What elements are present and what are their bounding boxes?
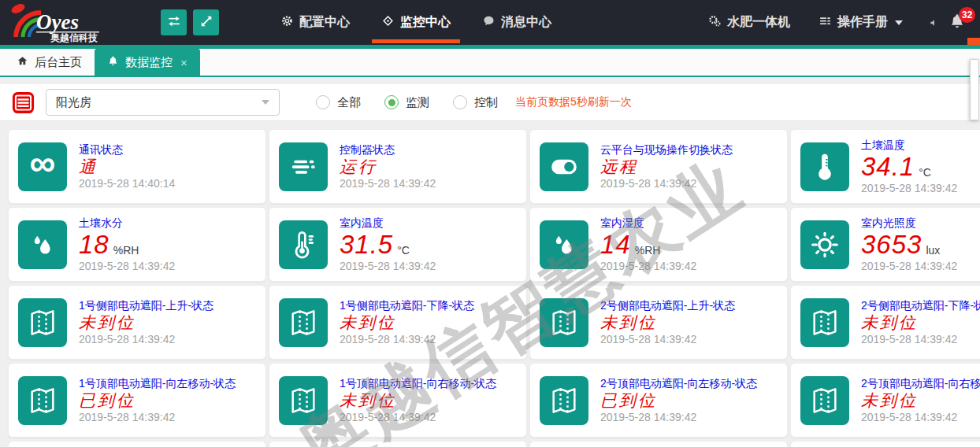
speaker-icon: [928, 17, 941, 29]
card-unit: lux: [926, 245, 940, 257]
menu-item-message-center[interactable]: 消息中心: [466, 0, 567, 45]
radio-monitor[interactable]: 监测: [384, 95, 429, 110]
infinity-icon: ∞: [18, 142, 67, 191]
tab-bar: 后台主页 数据监控 ×: [0, 49, 980, 77]
radio-label: 全部: [337, 95, 361, 110]
menu-label: 消息中心: [501, 14, 551, 31]
data-card: 2号顶部电动遮阳-向左移动-状态 已到位 2019-5-28 14:39:42: [529, 363, 788, 438]
card-value: 未到位: [340, 392, 496, 409]
chevron-down-icon: [895, 20, 903, 25]
menu-item-fertigation-machine[interactable]: 水肥一体机: [705, 0, 793, 45]
vertical-scrollbar[interactable]: [970, 59, 979, 120]
card-title: 1号侧部电动遮阳-上升-状态: [79, 299, 213, 313]
droplets-icon: [540, 220, 588, 269]
radio-circle: [453, 95, 467, 109]
card-value: 未到位: [340, 314, 474, 331]
card-value-text: 18: [79, 231, 110, 259]
map-icon: [800, 376, 849, 425]
map-icon: [18, 376, 67, 425]
data-card: 室内温度 31.5°C 2019-5-28 14:39:42: [269, 207, 527, 282]
card-title: 2号顶部电动遮阳-向左移动-状态: [600, 377, 757, 391]
card-value-text: 已到位: [79, 392, 135, 409]
card-value-text: 运行: [340, 158, 377, 175]
card-value: 未到位: [861, 392, 980, 409]
card-title: 控制器状态: [340, 143, 436, 157]
chat-icon: [482, 14, 496, 31]
brand-logo: Oyes 奥越信科技: [5, 2, 154, 43]
menu-label: 水肥一体机: [727, 14, 790, 31]
spacer: [0, 77, 980, 84]
card-value-text: 31.5: [340, 231, 393, 259]
data-card-partial: [790, 441, 980, 447]
bell-icon: [107, 55, 119, 69]
fullscreen-button[interactable]: [193, 9, 219, 35]
card-value: 18%RH: [79, 231, 175, 259]
close-icon[interactable]: ×: [180, 57, 187, 68]
data-card-partial: [8, 441, 266, 447]
tab-label: 数据监控: [125, 55, 173, 70]
card-value-text: 未到位: [861, 392, 918, 409]
menu-item-manual-dropdown[interactable]: 操作手册: [815, 0, 906, 45]
card-title: 土壤水分: [79, 216, 175, 231]
card-title: 云平台与现场操作切换状态: [600, 143, 733, 157]
card-timestamp: 2019-5-28 14:39:42: [79, 411, 236, 423]
card-timestamp: 2019-5-28 14:39:42: [340, 411, 496, 423]
card-value-text: 已到位: [600, 392, 657, 409]
data-card: 土壤温度 34.1°C 2019-5-28 14:39:42: [790, 129, 980, 204]
thermometer-icon: [800, 142, 849, 191]
data-card: 1号侧部电动遮阳-下降-状态 未到位 2019-5-28 14:39:42: [269, 285, 527, 360]
data-card: 1号侧部电动遮阳-上升-状态 未到位 2019-5-28 14:39:42: [8, 285, 266, 360]
card-timestamp: 2019-5-28 14:39:42: [79, 333, 213, 345]
radio-circle: [316, 95, 330, 109]
card-value-text: 未到位: [340, 392, 396, 409]
radio-all[interactable]: 全部: [316, 95, 361, 110]
map-icon: [540, 376, 588, 425]
data-card: 云平台与现场操作切换状态 远程 2019-5-28 14:39:42: [529, 129, 788, 204]
svg-text:Oyes: Oyes: [36, 10, 79, 34]
compass-icon: [381, 14, 395, 31]
menu-label: 配置中心: [299, 14, 350, 31]
card-title: 2号侧部电动遮阳-下降-状态: [861, 299, 980, 313]
top-navbar: Oyes 奥越信科技 配置中心 监控中心 消息中心 水肥一体机 操作手册: [0, 0, 980, 45]
card-timestamp: 2019-5-28 14:39:42: [340, 333, 474, 345]
home-icon: [17, 55, 28, 69]
card-timestamp: 2019-5-28 14:39:42: [79, 260, 175, 272]
thermometer-scale-icon: [279, 220, 328, 269]
card-value-text: 通: [79, 158, 98, 175]
card-timestamp: 2019-5-28 14:39:42: [340, 177, 436, 190]
card-timestamp: 2019-5-28 14:39:42: [861, 182, 957, 194]
card-title: 室内光照度: [861, 216, 957, 231]
card-value-text: 远程: [600, 158, 638, 175]
tab-label: 后台主页: [35, 55, 82, 70]
notification-badge: 32: [959, 7, 975, 23]
tab-data-monitor[interactable]: 数据监控 ×: [95, 49, 200, 76]
toggle-icon: [540, 142, 588, 191]
filter-radio-group: 全部 监测 控制: [316, 95, 498, 110]
gear-icon: [280, 14, 294, 31]
map-icon: [540, 298, 588, 347]
data-card: 控制器状态 运行 2019-5-28 14:39:42: [269, 129, 527, 204]
card-timestamp: 2019-5-28 14:39:42: [861, 411, 980, 423]
area-select[interactable]: 阳光房: [46, 89, 280, 116]
main-menu: 配置中心 监控中心 消息中心: [265, 0, 567, 45]
card-value: 未到位: [600, 314, 735, 331]
card-value: 14%RH: [600, 231, 696, 259]
data-card: 室内光照度 3653lux 2019-5-28 14:39:42: [790, 207, 980, 282]
card-title: 2号侧部电动遮阳-上升-状态: [600, 299, 735, 313]
tab-backend-home[interactable]: 后台主页: [4, 49, 95, 76]
card-title: 室内湿度: [600, 216, 696, 231]
swap-arrows-button[interactable]: [161, 9, 187, 35]
red-list-icon: [11, 91, 35, 115]
card-value: 31.5°C: [340, 231, 436, 259]
menu-label: 监控中心: [400, 14, 451, 31]
card-title: 1号侧部电动遮阳-下降-状态: [340, 299, 474, 313]
radio-control[interactable]: 控制: [453, 95, 498, 110]
menu-item-config-center[interactable]: 配置中心: [265, 0, 366, 45]
menu-item-monitor-center[interactable]: 监控中心: [366, 0, 466, 45]
card-timestamp: 2019-5-28 14:39:42: [861, 260, 957, 272]
data-card: 2号顶部电动遮阳-向右移动-状态 未到位 2019-5-28 14:39:42: [790, 363, 980, 438]
notifications-button[interactable]: 32: [948, 13, 966, 33]
card-timestamp: 2019-5-28 14:39:42: [861, 333, 980, 345]
data-card: 2号侧部电动遮阳-下降-状态 未到位 2019-5-28 14:39:42: [790, 285, 980, 360]
card-value-text: 未到位: [79, 314, 135, 331]
